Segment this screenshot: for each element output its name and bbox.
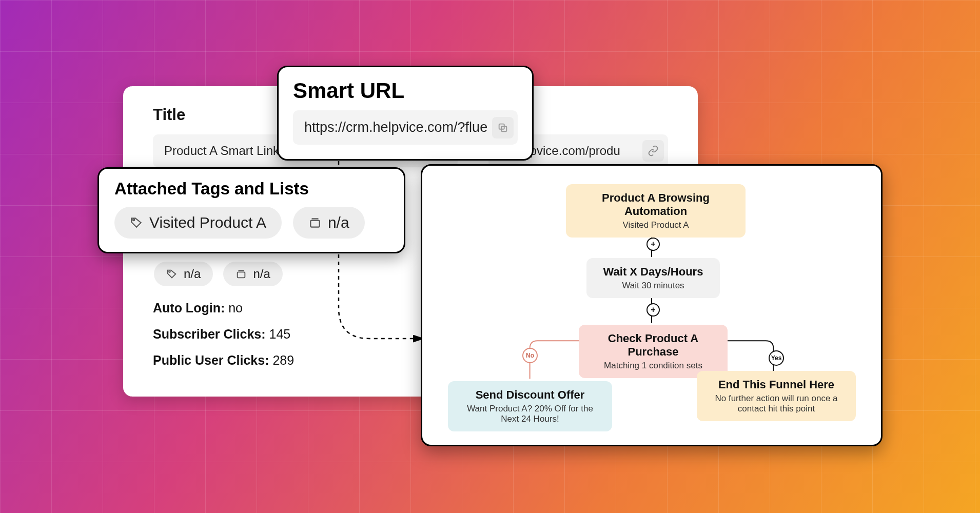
link-icon[interactable]	[642, 140, 664, 162]
add-step-button[interactable]: +	[646, 238, 660, 251]
branch-yes-badge: Yes	[769, 350, 784, 366]
attached-list-pill[interactable]: n/a	[293, 207, 365, 239]
attached-list-label: n/a	[328, 214, 349, 231]
flow-node-title: End This Funnel Here	[710, 378, 842, 391]
flow-node-title: Send Discount Offer	[461, 388, 599, 402]
flow-node-title: Check Product A Purchase	[592, 332, 714, 359]
attached-tags-title: Attached Tags and Lists	[114, 179, 388, 199]
attached-tag-label: Visited Product A	[149, 214, 266, 231]
svg-rect-1	[238, 272, 245, 278]
svg-rect-5	[310, 221, 319, 227]
smart-url-title: Smart URL	[293, 78, 518, 103]
detach-list-pill[interactable]: n/a	[223, 262, 282, 286]
flow-node-end[interactable]: End This Funnel Here No further action w…	[697, 371, 856, 421]
flow-node-title: Product A Browsing Automation	[579, 191, 732, 218]
flow-node-subtitle: Visited Product A	[579, 220, 732, 230]
automation-flow-panel: Product A Browsing Automation Visited Pr…	[421, 164, 883, 446]
add-step-button[interactable]: +	[646, 303, 660, 317]
attached-tag-pill[interactable]: Visited Product A	[114, 207, 282, 239]
detach-list-label: n/a	[253, 267, 270, 281]
svg-point-0	[169, 271, 170, 272]
detach-tags-row: n/a n/a	[154, 262, 283, 286]
attached-tags-popover: Attached Tags and Lists Visited Product …	[97, 167, 405, 253]
flow-node-condition[interactable]: Check Product A Purchase Matching 1 cond…	[579, 325, 728, 378]
detach-tag-pill[interactable]: n/a	[154, 262, 213, 286]
flow-node-title: Wait X Days/Hours	[600, 265, 707, 279]
svg-point-4	[133, 219, 134, 221]
flow-node-offer[interactable]: Send Discount Offer Want Product A? 20% …	[448, 381, 612, 431]
flow-node-subtitle: No further action will run once a contac…	[710, 393, 842, 414]
copy-icon[interactable]	[492, 117, 514, 139]
branch-no-badge: No	[522, 348, 538, 363]
smart-url-input[interactable]	[293, 110, 518, 145]
flow-node-wait[interactable]: Wait X Days/Hours Wait 30 minutes	[586, 258, 720, 298]
flow-node-subtitle: Matching 1 condition sets	[592, 361, 714, 371]
flow-node-start[interactable]: Product A Browsing Automation Visited Pr…	[566, 184, 746, 238]
flow-node-subtitle: Wait 30 minutes	[600, 281, 707, 291]
flow-node-subtitle: Want Product A? 20% Off for the Next 24 …	[461, 404, 599, 424]
detach-tag-label: n/a	[184, 267, 201, 281]
smart-url-popover: Smart URL	[277, 66, 534, 161]
